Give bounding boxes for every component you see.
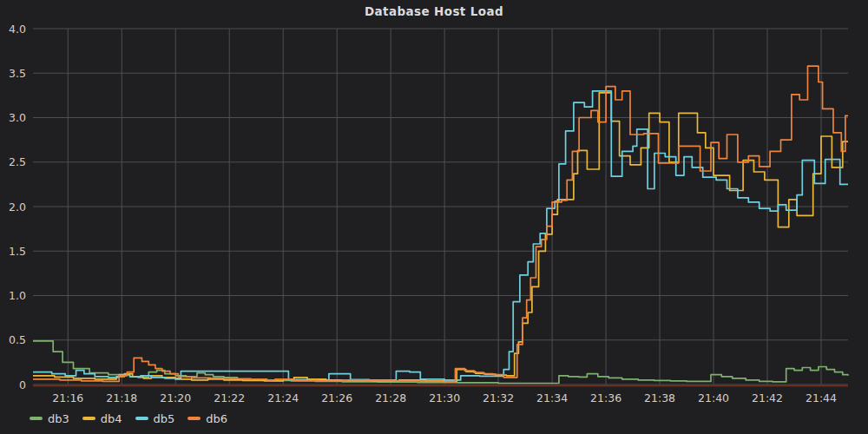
y-tick-label: 3.5 xyxy=(9,67,26,80)
legend-swatch-db3 xyxy=(30,417,43,420)
series-line-db4 xyxy=(33,93,848,382)
x-tick-label: 21:44 xyxy=(806,391,837,404)
x-tick-label: 21:32 xyxy=(483,391,514,404)
legend-item-db4[interactable]: db4 xyxy=(82,413,122,424)
legend: db3db4db5db6 xyxy=(30,409,227,428)
x-tick-label: 21:18 xyxy=(106,391,137,404)
y-tick-label: 2.5 xyxy=(9,155,26,168)
series-line-db5 xyxy=(33,91,848,380)
y-tick-label: 4.0 xyxy=(9,23,26,36)
x-tick-label: 21:36 xyxy=(590,391,621,404)
y-tick-label: 0.5 xyxy=(9,333,26,346)
x-tick-label: 21:16 xyxy=(52,391,83,404)
x-tick-label: 21:38 xyxy=(644,391,675,404)
plot-area: 4.03.53.02.52.01.51.00.5021:1621:1821:20… xyxy=(0,0,868,434)
y-tick-label: 3.0 xyxy=(9,111,26,124)
legend-item-db6[interactable]: db6 xyxy=(187,413,227,424)
x-tick-label: 21:24 xyxy=(267,391,299,404)
x-tick-label: 21:30 xyxy=(429,391,460,404)
x-tick-label: 21:28 xyxy=(375,391,406,404)
x-tick-label: 21:26 xyxy=(321,391,352,404)
y-tick-label: 2.0 xyxy=(9,201,26,214)
y-tick-label: 0 xyxy=(19,378,26,391)
y-tick-label: 1.5 xyxy=(9,245,26,258)
legend-item-db3[interactable]: db3 xyxy=(30,413,69,424)
legend-item-db5[interactable]: db5 xyxy=(135,413,175,424)
x-tick-label: 21:40 xyxy=(698,391,729,404)
legend-swatch-db5 xyxy=(135,417,148,420)
y-tick-label: 1.0 xyxy=(9,289,26,302)
legend-swatch-db6 xyxy=(187,417,201,420)
legend-label-db6: db6 xyxy=(206,413,227,424)
legend-label-db3: db3 xyxy=(48,413,69,424)
x-tick-label: 21:22 xyxy=(214,391,245,404)
series-line-db6 xyxy=(33,66,848,382)
chart-panel: Database Host Load 4.03.53.02.52.01.51.0… xyxy=(0,0,868,434)
x-tick-label: 21:20 xyxy=(160,391,191,404)
legend-label-db4: db4 xyxy=(101,413,122,424)
legend-swatch-db4 xyxy=(82,417,95,420)
legend-label-db5: db5 xyxy=(154,413,175,424)
x-tick-label: 21:34 xyxy=(536,391,568,404)
x-tick-label: 21:42 xyxy=(752,391,783,404)
